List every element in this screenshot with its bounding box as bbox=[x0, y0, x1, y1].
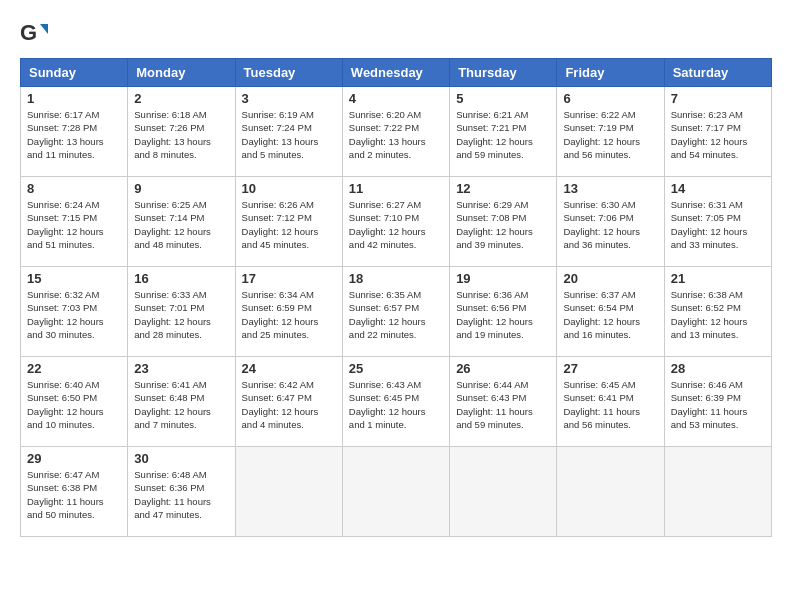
day-number: 10 bbox=[242, 181, 336, 196]
day-info: Sunrise: 6:19 AM Sunset: 7:24 PM Dayligh… bbox=[242, 108, 336, 161]
weekday-header-monday: Monday bbox=[128, 59, 235, 87]
day-number: 21 bbox=[671, 271, 765, 286]
day-number: 17 bbox=[242, 271, 336, 286]
day-number: 24 bbox=[242, 361, 336, 376]
day-info: Sunrise: 6:29 AM Sunset: 7:08 PM Dayligh… bbox=[456, 198, 550, 251]
calendar-cell: 27 Sunrise: 6:45 AM Sunset: 6:41 PM Dayl… bbox=[557, 357, 664, 447]
day-number: 2 bbox=[134, 91, 228, 106]
day-number: 25 bbox=[349, 361, 443, 376]
calendar-cell: 29 Sunrise: 6:47 AM Sunset: 6:38 PM Dayl… bbox=[21, 447, 128, 537]
calendar-cell bbox=[664, 447, 771, 537]
calendar-cell: 15 Sunrise: 6:32 AM Sunset: 7:03 PM Dayl… bbox=[21, 267, 128, 357]
day-info: Sunrise: 6:40 AM Sunset: 6:50 PM Dayligh… bbox=[27, 378, 121, 431]
day-number: 28 bbox=[671, 361, 765, 376]
day-info: Sunrise: 6:35 AM Sunset: 6:57 PM Dayligh… bbox=[349, 288, 443, 341]
day-info: Sunrise: 6:30 AM Sunset: 7:06 PM Dayligh… bbox=[563, 198, 657, 251]
day-number: 9 bbox=[134, 181, 228, 196]
calendar-cell: 21 Sunrise: 6:38 AM Sunset: 6:52 PM Dayl… bbox=[664, 267, 771, 357]
day-info: Sunrise: 6:43 AM Sunset: 6:45 PM Dayligh… bbox=[349, 378, 443, 431]
day-info: Sunrise: 6:20 AM Sunset: 7:22 PM Dayligh… bbox=[349, 108, 443, 161]
calendar-cell: 2 Sunrise: 6:18 AM Sunset: 7:26 PM Dayli… bbox=[128, 87, 235, 177]
svg-text:G: G bbox=[20, 20, 37, 45]
day-number: 12 bbox=[456, 181, 550, 196]
day-info: Sunrise: 6:45 AM Sunset: 6:41 PM Dayligh… bbox=[563, 378, 657, 431]
day-number: 7 bbox=[671, 91, 765, 106]
calendar-cell: 23 Sunrise: 6:41 AM Sunset: 6:48 PM Dayl… bbox=[128, 357, 235, 447]
day-number: 4 bbox=[349, 91, 443, 106]
day-info: Sunrise: 6:22 AM Sunset: 7:19 PM Dayligh… bbox=[563, 108, 657, 161]
calendar-cell: 17 Sunrise: 6:34 AM Sunset: 6:59 PM Dayl… bbox=[235, 267, 342, 357]
calendar-cell: 19 Sunrise: 6:36 AM Sunset: 6:56 PM Dayl… bbox=[450, 267, 557, 357]
day-number: 20 bbox=[563, 271, 657, 286]
day-info: Sunrise: 6:34 AM Sunset: 6:59 PM Dayligh… bbox=[242, 288, 336, 341]
day-info: Sunrise: 6:23 AM Sunset: 7:17 PM Dayligh… bbox=[671, 108, 765, 161]
day-info: Sunrise: 6:36 AM Sunset: 6:56 PM Dayligh… bbox=[456, 288, 550, 341]
weekday-header-friday: Friday bbox=[557, 59, 664, 87]
day-number: 5 bbox=[456, 91, 550, 106]
day-info: Sunrise: 6:26 AM Sunset: 7:12 PM Dayligh… bbox=[242, 198, 336, 251]
calendar-cell: 12 Sunrise: 6:29 AM Sunset: 7:08 PM Dayl… bbox=[450, 177, 557, 267]
weekday-header-sunday: Sunday bbox=[21, 59, 128, 87]
calendar-cell: 3 Sunrise: 6:19 AM Sunset: 7:24 PM Dayli… bbox=[235, 87, 342, 177]
calendar-cell: 25 Sunrise: 6:43 AM Sunset: 6:45 PM Dayl… bbox=[342, 357, 449, 447]
calendar-cell: 11 Sunrise: 6:27 AM Sunset: 7:10 PM Dayl… bbox=[342, 177, 449, 267]
day-info: Sunrise: 6:47 AM Sunset: 6:38 PM Dayligh… bbox=[27, 468, 121, 521]
day-info: Sunrise: 6:46 AM Sunset: 6:39 PM Dayligh… bbox=[671, 378, 765, 431]
day-number: 3 bbox=[242, 91, 336, 106]
calendar-cell: 20 Sunrise: 6:37 AM Sunset: 6:54 PM Dayl… bbox=[557, 267, 664, 357]
day-info: Sunrise: 6:31 AM Sunset: 7:05 PM Dayligh… bbox=[671, 198, 765, 251]
day-number: 13 bbox=[563, 181, 657, 196]
calendar-cell bbox=[557, 447, 664, 537]
calendar-cell: 30 Sunrise: 6:48 AM Sunset: 6:36 PM Dayl… bbox=[128, 447, 235, 537]
day-number: 23 bbox=[134, 361, 228, 376]
day-number: 6 bbox=[563, 91, 657, 106]
calendar-cell: 14 Sunrise: 6:31 AM Sunset: 7:05 PM Dayl… bbox=[664, 177, 771, 267]
day-info: Sunrise: 6:38 AM Sunset: 6:52 PM Dayligh… bbox=[671, 288, 765, 341]
calendar-table: SundayMondayTuesdayWednesdayThursdayFrid… bbox=[20, 58, 772, 537]
day-number: 15 bbox=[27, 271, 121, 286]
weekday-header-wednesday: Wednesday bbox=[342, 59, 449, 87]
day-info: Sunrise: 6:42 AM Sunset: 6:47 PM Dayligh… bbox=[242, 378, 336, 431]
calendar-cell: 13 Sunrise: 6:30 AM Sunset: 7:06 PM Dayl… bbox=[557, 177, 664, 267]
weekday-header-thursday: Thursday bbox=[450, 59, 557, 87]
calendar-cell: 22 Sunrise: 6:40 AM Sunset: 6:50 PM Dayl… bbox=[21, 357, 128, 447]
day-info: Sunrise: 6:32 AM Sunset: 7:03 PM Dayligh… bbox=[27, 288, 121, 341]
day-number: 18 bbox=[349, 271, 443, 286]
day-info: Sunrise: 6:48 AM Sunset: 6:36 PM Dayligh… bbox=[134, 468, 228, 521]
calendar-cell bbox=[235, 447, 342, 537]
day-info: Sunrise: 6:33 AM Sunset: 7:01 PM Dayligh… bbox=[134, 288, 228, 341]
day-info: Sunrise: 6:41 AM Sunset: 6:48 PM Dayligh… bbox=[134, 378, 228, 431]
day-number: 26 bbox=[456, 361, 550, 376]
day-number: 1 bbox=[27, 91, 121, 106]
weekday-header-tuesday: Tuesday bbox=[235, 59, 342, 87]
calendar-cell: 7 Sunrise: 6:23 AM Sunset: 7:17 PM Dayli… bbox=[664, 87, 771, 177]
day-info: Sunrise: 6:37 AM Sunset: 6:54 PM Dayligh… bbox=[563, 288, 657, 341]
day-info: Sunrise: 6:25 AM Sunset: 7:14 PM Dayligh… bbox=[134, 198, 228, 251]
day-info: Sunrise: 6:17 AM Sunset: 7:28 PM Dayligh… bbox=[27, 108, 121, 161]
day-number: 16 bbox=[134, 271, 228, 286]
calendar-cell: 9 Sunrise: 6:25 AM Sunset: 7:14 PM Dayli… bbox=[128, 177, 235, 267]
day-info: Sunrise: 6:24 AM Sunset: 7:15 PM Dayligh… bbox=[27, 198, 121, 251]
day-number: 11 bbox=[349, 181, 443, 196]
weekday-header-saturday: Saturday bbox=[664, 59, 771, 87]
calendar-cell: 18 Sunrise: 6:35 AM Sunset: 6:57 PM Dayl… bbox=[342, 267, 449, 357]
calendar-cell bbox=[342, 447, 449, 537]
calendar-cell: 8 Sunrise: 6:24 AM Sunset: 7:15 PM Dayli… bbox=[21, 177, 128, 267]
calendar-cell: 4 Sunrise: 6:20 AM Sunset: 7:22 PM Dayli… bbox=[342, 87, 449, 177]
calendar-cell: 6 Sunrise: 6:22 AM Sunset: 7:19 PM Dayli… bbox=[557, 87, 664, 177]
calendar-cell: 10 Sunrise: 6:26 AM Sunset: 7:12 PM Dayl… bbox=[235, 177, 342, 267]
calendar-cell: 28 Sunrise: 6:46 AM Sunset: 6:39 PM Dayl… bbox=[664, 357, 771, 447]
day-number: 19 bbox=[456, 271, 550, 286]
day-info: Sunrise: 6:44 AM Sunset: 6:43 PM Dayligh… bbox=[456, 378, 550, 431]
day-number: 8 bbox=[27, 181, 121, 196]
calendar-cell: 24 Sunrise: 6:42 AM Sunset: 6:47 PM Dayl… bbox=[235, 357, 342, 447]
calendar-cell bbox=[450, 447, 557, 537]
calendar-cell: 26 Sunrise: 6:44 AM Sunset: 6:43 PM Dayl… bbox=[450, 357, 557, 447]
calendar-cell: 16 Sunrise: 6:33 AM Sunset: 7:01 PM Dayl… bbox=[128, 267, 235, 357]
svg-marker-1 bbox=[40, 24, 48, 34]
day-number: 27 bbox=[563, 361, 657, 376]
day-info: Sunrise: 6:18 AM Sunset: 7:26 PM Dayligh… bbox=[134, 108, 228, 161]
logo-icon: G bbox=[20, 20, 48, 48]
day-number: 22 bbox=[27, 361, 121, 376]
calendar-cell: 1 Sunrise: 6:17 AM Sunset: 7:28 PM Dayli… bbox=[21, 87, 128, 177]
